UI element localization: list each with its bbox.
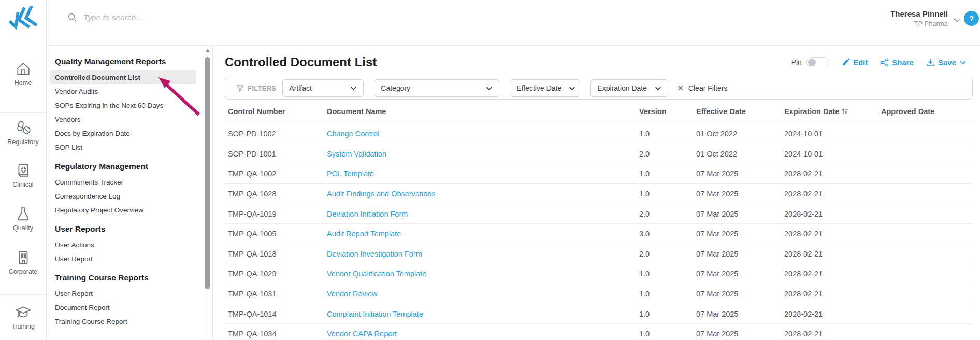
search-icon [67, 12, 77, 22]
document-link[interactable]: Deviation Investigation Form [327, 250, 422, 258]
rail-item-label: Training [11, 323, 35, 330]
sidebar-item-correspondence-log[interactable]: Correspondence Log [50, 189, 196, 203]
cell-control-number: TMP-QA-1031 [225, 284, 324, 304]
save-button[interactable]: Save [926, 58, 967, 67]
controlled-documents-table: Control Number Document Name Version Eff… [225, 100, 973, 340]
filters-label: FILTERS [236, 84, 276, 92]
cell-approved-date [878, 224, 973, 244]
user-name: Theresa Pinnell [890, 9, 948, 18]
table-row[interactable]: TMP-QA-1029 Vendor Qualification Templat… [225, 264, 973, 284]
reports-sidebar: Quality Management Reports Controlled Do… [47, 46, 213, 340]
document-link[interactable]: Audit Report Template [327, 230, 401, 238]
category-filter-dropdown[interactable]: Category [374, 79, 499, 97]
cell-effective-date: 07 Mar 2025 [693, 324, 781, 340]
cell-effective-date: 01 Oct 2022 [693, 144, 781, 164]
cell-expiration-date: 2028-02-21 [781, 164, 878, 184]
cell-expiration-date: 2028-02-21 [781, 204, 878, 224]
cell-document-name: Audit Findings and Observations [324, 184, 636, 204]
cell-approved-date [878, 324, 973, 340]
sidebar-item-regulatory-project-overview[interactable]: Regulatory Project Overview [50, 203, 196, 217]
help-button[interactable]: ? [964, 11, 979, 26]
cell-document-name: Vendor Qualification Template [324, 264, 636, 284]
table-row[interactable]: TMP-QA-1014 Complaint Initiation Templat… [225, 304, 973, 324]
kivo-logo[interactable] [7, 6, 37, 30]
sidebar-item-sops-expiring[interactable]: SOPs Expiring in the Next 60 Days [50, 98, 196, 112]
pin-toggle[interactable] [806, 57, 829, 67]
document-link[interactable]: Complaint Initiation Template [327, 310, 423, 318]
app-rail: Home Regulatory Clinical Quality Cor [0, 0, 47, 340]
document-link[interactable]: Audit Findings and Observations [327, 190, 436, 198]
document-link[interactable]: Vendor CAPA Report [327, 330, 397, 338]
edit-button[interactable]: Edit [842, 58, 868, 67]
cell-approved-date [878, 144, 973, 164]
table-row[interactable]: TMP-QA-1005 Audit Report Template 3.0 07… [225, 224, 973, 244]
expiration-date-filter-dropdown[interactable]: Expiration Date [590, 79, 668, 97]
cell-expiration-date: 2028-02-21 [781, 264, 878, 284]
effective-date-filter-dropdown[interactable]: Effective Date [510, 79, 580, 97]
share-button[interactable]: Share [880, 58, 914, 67]
column-header-approved-date[interactable]: Approved Date [878, 100, 973, 124]
sidebar-scrollbar-thumb[interactable] [205, 57, 210, 289]
scroll-up-arrow-icon[interactable] [206, 49, 210, 52]
document-link[interactable]: Vendor Qualification Template [327, 270, 426, 278]
cell-effective-date: 07 Mar 2025 [693, 244, 781, 264]
cell-control-number: TMP-QA-1018 [225, 244, 324, 264]
table-row[interactable]: TMP-QA-1028 Audit Findings and Observati… [225, 184, 973, 204]
table-row[interactable]: TMP-QA-1031 Vendor Review 1.0 07 Mar 202… [225, 284, 973, 304]
column-header-effective-date[interactable]: Effective Date [693, 100, 781, 124]
column-header-document-name[interactable]: Document Name [324, 100, 636, 124]
cell-version: 1.0 [636, 284, 693, 304]
rail-item-regulatory[interactable]: Regulatory [0, 120, 46, 146]
chevron-down-icon [486, 86, 493, 91]
cell-version: 1.0 [636, 164, 693, 184]
rail-item-quality[interactable]: Quality [0, 206, 46, 232]
sidebar-item-controlled-document-list[interactable]: Controlled Document List [50, 70, 196, 84]
sidebar-item-user-report[interactable]: User Report [50, 252, 196, 266]
column-header-version[interactable]: Version [636, 100, 693, 124]
pencil-icon [842, 58, 850, 66]
cell-effective-date: 07 Mar 2025 [693, 264, 781, 284]
sidebar-item-training-user-report[interactable]: User Report [50, 287, 196, 301]
sidebar-item-vendors[interactable]: Vendors [50, 112, 196, 126]
table-row[interactable]: TMP-QA-1002 POL Template 1.0 07 Mar 2025… [225, 164, 973, 184]
artifact-filter-label: Artifact [289, 84, 312, 92]
table-row[interactable]: SOP-PD-1001 System Validation 2.0 01 Oct… [225, 144, 973, 164]
column-header-control-number[interactable]: Control Number [225, 100, 324, 124]
table-row[interactable]: TMP-QA-1034 Vendor CAPA Report 1.0 07 Ma… [225, 324, 973, 340]
rail-item-clinical[interactable]: Clinical [0, 163, 46, 188]
sidebar-item-vendor-audits[interactable]: Vendor Audits [50, 84, 196, 98]
table-row[interactable]: TMP-QA-1019 Deviation Initiation Form 2.… [225, 204, 973, 224]
sidebar-item-docs-by-expiration-date[interactable]: Docs by Expiration Date [50, 126, 196, 140]
user-menu[interactable]: Theresa Pinnell TP Pharma [890, 9, 948, 27]
artifact-filter-dropdown[interactable]: Artifact [282, 79, 364, 97]
sort-ascending-icon [841, 108, 848, 115]
document-link[interactable]: Deviation Initiation Form [327, 210, 408, 218]
document-link[interactable]: System Validation [327, 150, 386, 158]
sidebar-item-training-course-report[interactable]: Training Course Report [50, 315, 196, 329]
rail-item-training[interactable]: Training [0, 305, 46, 330]
search-input[interactable] [83, 13, 249, 22]
clear-filters-button[interactable]: ✕ Clear Filters [677, 83, 727, 93]
table-row[interactable]: TMP-QA-1018 Deviation Investigation Form… [225, 244, 973, 264]
document-link[interactable]: POL Template [327, 169, 374, 178]
rail-item-corporate[interactable]: Corporate [0, 250, 46, 275]
cell-approved-date [878, 204, 973, 224]
sidebar-item-document-report[interactable]: Document Report [50, 301, 196, 315]
cell-effective-date: 07 Mar 2025 [693, 304, 781, 324]
global-search[interactable] [67, 12, 249, 22]
chevron-down-icon[interactable] [953, 18, 961, 23]
column-header-expiration-date[interactable]: Expiration Date [781, 100, 878, 124]
document-link[interactable]: Vendor Review [327, 290, 378, 298]
sidebar-item-commitments-tracker[interactable]: Commitments Tracker [50, 175, 196, 189]
cell-effective-date: 07 Mar 2025 [693, 284, 781, 304]
cell-expiration-date: 2028-02-21 [781, 324, 878, 340]
table-row[interactable]: SOP-PD-1002 Change Control 1.0 01 Oct 20… [225, 124, 973, 144]
sidebar-section-title: Regulatory Management [55, 162, 212, 171]
sidebar-item-user-actions[interactable]: User Actions [50, 238, 196, 252]
rail-item-label: Quality [13, 224, 33, 232]
category-filter-label: Category [381, 84, 410, 92]
document-link[interactable]: Change Control [327, 130, 380, 138]
sidebar-item-sop-list[interactable]: SOP List [50, 140, 196, 154]
pin-label: Pin [791, 58, 802, 66]
rail-item-home[interactable]: Home [0, 61, 46, 87]
